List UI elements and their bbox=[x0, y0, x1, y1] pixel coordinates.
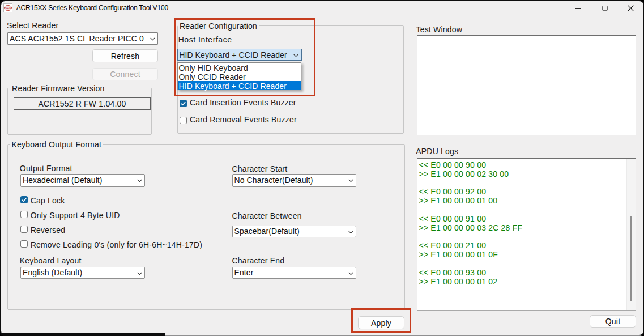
svg-text:ACS: ACS bbox=[5, 6, 11, 10]
